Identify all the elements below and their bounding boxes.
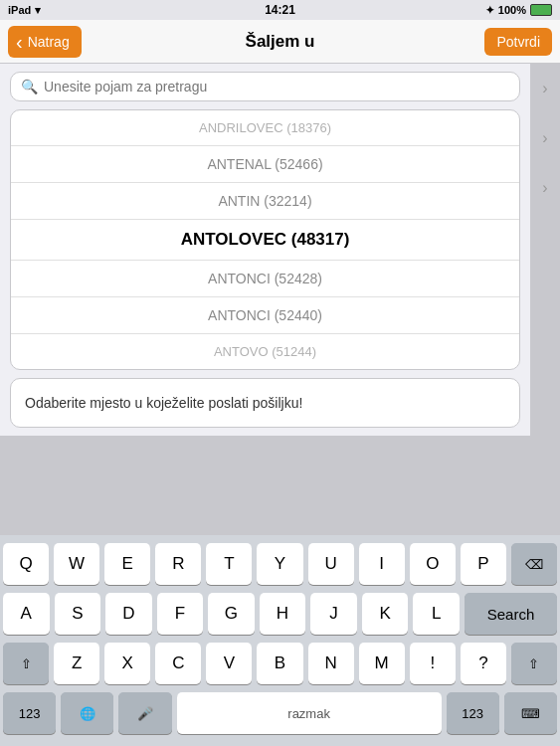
list-item[interactable]: ANTIN (32214) xyxy=(11,183,519,220)
key-h[interactable]: H xyxy=(260,593,306,635)
keyboard-row-4: 123 🌐 🎤 razmak 123 ⌨ xyxy=(3,692,557,734)
key-u[interactable]: U xyxy=(308,543,354,585)
space-key[interactable]: razmak xyxy=(177,692,442,734)
key-o[interactable]: O xyxy=(410,543,456,585)
key-i[interactable]: I xyxy=(359,543,405,585)
search-icon: 🔍 xyxy=(21,79,38,94)
keyboard-row-2: A S D F G H J K L Search xyxy=(3,593,557,635)
key-g[interactable]: G xyxy=(208,593,255,635)
numbers-key-left[interactable]: 123 xyxy=(3,692,56,734)
list-item[interactable]: ANTONCI (52428) xyxy=(11,261,519,297)
info-text: Odaberite mjesto u koježelite poslati po… xyxy=(10,378,520,428)
key-y[interactable]: Y xyxy=(257,543,302,585)
chevron-right-icon-1: › xyxy=(542,80,547,97)
keyboard-row-1: Q W E R T Y U I O P ⌫ xyxy=(3,543,557,585)
mic-key[interactable]: 🎤 xyxy=(118,692,171,734)
shift-key-right[interactable]: ⇧ xyxy=(511,643,557,684)
numbers-key-right[interactable]: 123 xyxy=(447,692,499,734)
key-e[interactable]: E xyxy=(104,543,150,585)
nav-bar: Natrag Šaljem u Potvrdi xyxy=(0,20,560,64)
search-input[interactable] xyxy=(44,79,509,94)
chevron-right-icon-2: › xyxy=(542,129,547,147)
globe-key[interactable]: 🌐 xyxy=(61,692,113,734)
list-item[interactable]: ANTOVO (51244) xyxy=(11,334,519,369)
wifi-icon: ▾ xyxy=(35,4,41,17)
location-list: ANDRILOVEC (18376) ANTENAL (52466) ANTIN… xyxy=(10,109,520,370)
search-key[interactable]: Search xyxy=(465,593,557,635)
back-button[interactable]: Natrag xyxy=(8,26,82,58)
key-x[interactable]: X xyxy=(104,643,150,684)
carrier-label: iPad xyxy=(8,4,31,16)
key-m[interactable]: M xyxy=(359,643,405,684)
chevron-right-icon-3: › xyxy=(542,179,547,197)
key-exclaim[interactable]: ! xyxy=(410,643,456,684)
key-p[interactable]: P xyxy=(461,543,506,585)
battery-label: 100% xyxy=(498,4,526,16)
key-f[interactable]: F xyxy=(157,593,204,635)
keyboard-dismiss-key[interactable]: ⌨ xyxy=(504,692,557,734)
confirm-button[interactable]: Potvrdi xyxy=(484,28,552,56)
status-bar: iPad ▾ 14:21 ✦ 100% xyxy=(0,0,560,20)
list-item[interactable]: ANTENAL (52466) xyxy=(11,146,519,183)
key-k[interactable]: K xyxy=(362,593,409,635)
key-q[interactable]: Q xyxy=(3,543,49,585)
list-item-selected[interactable]: ANTOLOVEC (48317) xyxy=(11,220,519,261)
key-j[interactable]: J xyxy=(310,593,357,635)
keyboard: Q W E R T Y U I O P ⌫ A S D F G H J K L … xyxy=(0,535,560,746)
key-z[interactable]: Z xyxy=(54,643,99,684)
key-a[interactable]: A xyxy=(3,593,50,635)
key-d[interactable]: D xyxy=(105,593,152,635)
backspace-key[interactable]: ⌫ xyxy=(511,543,557,585)
search-container[interactable]: 🔍 xyxy=(10,72,520,101)
status-time: 14:21 xyxy=(265,3,295,17)
bluetooth-icon: ✦ xyxy=(485,4,494,17)
list-item[interactable]: ANTONCI (52440) xyxy=(11,297,519,334)
key-b[interactable]: B xyxy=(257,643,302,684)
key-n[interactable]: N xyxy=(308,643,354,684)
keyboard-row-3: ⇧ Z X C V B N M ! ? ⇧ xyxy=(3,643,557,684)
key-w[interactable]: W xyxy=(54,543,99,585)
key-r[interactable]: R xyxy=(155,543,201,585)
key-s[interactable]: S xyxy=(55,593,101,635)
key-l[interactable]: L xyxy=(413,593,460,635)
key-v[interactable]: V xyxy=(206,643,252,684)
right-panel: › › › xyxy=(530,64,560,213)
nav-title: Šaljem u xyxy=(246,32,315,52)
key-t[interactable]: T xyxy=(206,543,252,585)
key-question[interactable]: ? xyxy=(461,643,506,684)
main-content: 🔍 ANDRILOVEC (18376) ANTENAL (52466) ANT… xyxy=(0,64,530,436)
list-item[interactable]: ANDRILOVEC (18376) xyxy=(11,110,519,146)
battery-icon xyxy=(530,4,552,16)
shift-key[interactable]: ⇧ xyxy=(3,643,49,684)
key-c[interactable]: C xyxy=(155,643,201,684)
